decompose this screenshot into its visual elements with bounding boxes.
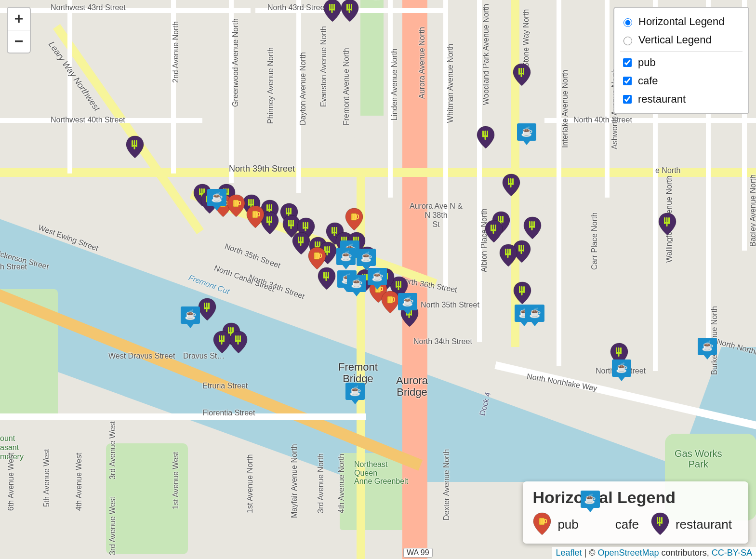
layer-label: Vertical Legend xyxy=(638,34,712,46)
map-marker-pub[interactable] xyxy=(532,512,552,536)
svg-rect-4 xyxy=(332,10,333,13)
cafe-marker-icon: ☕ xyxy=(590,512,610,537)
attribution-leaflet-link[interactable]: Leaflet xyxy=(556,548,582,558)
map-label: Evanston Avenue North xyxy=(319,26,328,107)
map-marker-restaurant[interactable] xyxy=(323,0,342,23)
map-marker-restaurant[interactable] xyxy=(658,212,677,236)
map-marker-cafe[interactable]: ☕ xyxy=(517,123,536,145)
map-marker-cafe[interactable]: ☕ xyxy=(368,268,387,289)
map-marker-restaurant[interactable] xyxy=(198,297,217,321)
svg-rect-64 xyxy=(618,353,620,357)
coffee-icon: ☕ xyxy=(521,127,533,136)
map-marker-restaurant[interactable] xyxy=(512,63,531,87)
map-label: Stone Way North xyxy=(522,9,531,67)
map-marker-cafe[interactable]: ☕ xyxy=(207,189,226,210)
map-marker-restaurant[interactable] xyxy=(484,219,504,243)
svg-rect-194 xyxy=(409,315,410,318)
map-marker-pub[interactable] xyxy=(381,290,400,314)
restaurant-marker-icon xyxy=(650,512,671,537)
map-marker-pub[interactable] xyxy=(345,207,364,231)
map-marker-restaurant[interactable] xyxy=(476,125,495,149)
coffee-icon: ☕ xyxy=(402,296,414,306)
attribution-osm-link[interactable]: OpenStreetMap xyxy=(598,548,659,558)
coffee-icon: ☕ xyxy=(211,192,223,202)
svg-rect-49 xyxy=(521,292,523,295)
map-label: Interlake Avenue North xyxy=(561,70,570,148)
map-marker-cafe[interactable]: ☕ xyxy=(698,338,717,359)
map-marker-cafe[interactable]: ☕ xyxy=(336,248,356,269)
layer-label: cafe xyxy=(638,75,658,87)
svg-rect-19 xyxy=(134,146,135,149)
svg-rect-59 xyxy=(493,230,494,234)
layer-label: pub xyxy=(638,56,656,69)
coffee-icon: ☕ xyxy=(584,494,596,504)
svg-rect-154 xyxy=(326,278,327,281)
map-marker-restaurant[interactable] xyxy=(523,216,542,240)
checkbox-restaurant[interactable] xyxy=(623,95,632,104)
layer-label: Horizontal Legend xyxy=(638,15,725,28)
map-viewport[interactable]: Northwest 43rd Street North 43rd Street … xyxy=(0,0,756,559)
pub-marker-icon xyxy=(532,512,553,537)
layer-label: restaurant xyxy=(638,93,686,106)
map-marker-pub[interactable] xyxy=(246,205,265,229)
map-marker-cafe[interactable]: ☕ xyxy=(581,491,600,512)
svg-rect-129 xyxy=(291,226,292,229)
coffee-icon: ☕ xyxy=(702,341,714,351)
checkbox-cafe[interactable] xyxy=(623,77,632,85)
layer-overlay-pub[interactable]: pub xyxy=(621,53,742,72)
svg-rect-9 xyxy=(349,10,350,13)
map-label: Woodland Park Avenue North xyxy=(482,4,491,105)
map-attribution: Leaflet | © OpenStreetMap contributors, … xyxy=(552,547,756,559)
map-marker-restaurant[interactable] xyxy=(340,0,359,23)
legend-title: Horizontal Legend xyxy=(532,488,739,507)
map-marker-restaurant[interactable] xyxy=(229,330,248,354)
map-marker-restaurant[interactable] xyxy=(513,281,532,305)
checkbox-pub[interactable] xyxy=(623,58,632,67)
map-marker-pub[interactable] xyxy=(307,246,327,270)
attribution-license-link[interactable]: CC-BY-SA xyxy=(712,548,752,558)
svg-rect-223 xyxy=(539,518,544,525)
svg-rect-211 xyxy=(351,213,357,220)
svg-rect-34 xyxy=(531,227,533,230)
map-marker-restaurant[interactable] xyxy=(125,135,145,159)
map-marker-cafe[interactable]: ☕ xyxy=(612,359,631,381)
svg-rect-69 xyxy=(666,223,668,226)
legend-label: pub xyxy=(557,517,578,532)
map-marker-cafe[interactable]: ☕ xyxy=(525,305,544,326)
separator xyxy=(620,51,743,52)
legend-label: restaurant xyxy=(676,517,732,532)
svg-rect-74 xyxy=(206,308,208,312)
coffee-icon: ☕ xyxy=(349,386,361,396)
zoom-out-button[interactable]: − xyxy=(8,30,30,53)
map-marker-restaurant[interactable] xyxy=(650,512,670,536)
zoom-control: + − xyxy=(7,7,31,53)
map-marker-restaurant[interactable] xyxy=(502,173,521,197)
coffee-icon: ☕ xyxy=(529,308,541,318)
zoom-in-button[interactable]: + xyxy=(8,8,30,30)
map-marker-cafe[interactable]: ☕ xyxy=(345,383,365,404)
layer-base-vertical[interactable]: Vertical Legend xyxy=(621,31,742,49)
radio-vertical-legend[interactable] xyxy=(623,37,632,45)
layer-base-horizontal[interactable]: Horizontal Legend xyxy=(621,13,742,31)
layer-overlay-cafe[interactable]: cafe xyxy=(621,72,742,90)
map-marker-restaurant[interactable] xyxy=(499,243,518,267)
map-marker-cafe[interactable]: ☕ xyxy=(398,293,417,314)
map-marker-cafe[interactable]: ☕ xyxy=(181,306,200,328)
layer-overlay-restaurant[interactable]: restaurant xyxy=(621,90,742,108)
map-marker-cafe[interactable]: ☕ xyxy=(357,249,376,270)
legend-label: cafe xyxy=(615,517,639,532)
svg-rect-84 xyxy=(221,341,223,345)
map-marker-pub[interactable] xyxy=(226,194,246,218)
svg-rect-39 xyxy=(521,251,522,254)
coffee-icon: ☕ xyxy=(340,251,352,261)
svg-rect-199 xyxy=(233,200,239,207)
svg-rect-207 xyxy=(314,253,319,259)
svg-rect-44 xyxy=(507,254,509,258)
map-marker-cafe[interactable]: ☕ xyxy=(347,275,366,296)
coffee-icon: ☕ xyxy=(185,310,197,319)
coffee-icon: ☕ xyxy=(616,363,628,373)
radio-horizontal-legend[interactable] xyxy=(623,18,632,27)
svg-rect-14 xyxy=(521,74,522,77)
road-florentia xyxy=(0,413,366,420)
park-sw xyxy=(106,443,188,554)
